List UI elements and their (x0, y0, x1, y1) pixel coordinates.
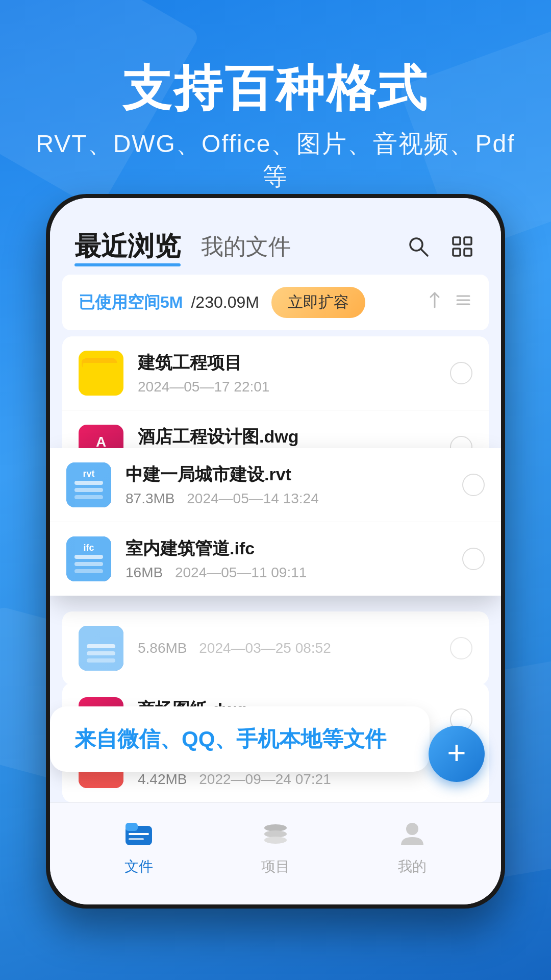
hero-section: 支持百种格式 RVT、DWG、Office、图片、音视频、Pdf等 (0, 0, 551, 213)
svg-point-37 (264, 837, 287, 844)
hero-subtitle: RVT、DWG、Office、图片、音视频、Pdf等 (31, 128, 520, 193)
svg-rect-16 (74, 481, 103, 485)
select-radio[interactable] (450, 362, 472, 384)
file-size: 16MB (126, 565, 163, 580)
svg-rect-5 (464, 249, 471, 256)
projects-nav-icon (258, 816, 293, 852)
nav-label-mine: 我的 (398, 857, 427, 876)
svg-text:rvt: rvt (83, 469, 94, 479)
highlight-card: rvt 中建一局城市建设.rvt (50, 448, 501, 596)
phone-mockup: 最近浏览 我的文件 (46, 194, 505, 909)
svg-rect-32 (126, 823, 138, 831)
svg-rect-33 (129, 833, 149, 835)
file-date: 2024—05—14 13:24 (187, 491, 318, 506)
expand-storage-button[interactable]: 立即扩容 (271, 287, 365, 318)
svg-rect-17 (74, 488, 103, 492)
nav-item-projects[interactable]: 项目 (258, 816, 293, 876)
svg-rect-34 (129, 838, 144, 840)
file-size: 4.42MB (138, 771, 187, 787)
file-name: 酒店工程设计图.dwg (138, 425, 450, 449)
select-radio[interactable] (450, 637, 472, 659)
svg-rect-4 (453, 249, 460, 256)
svg-rect-23 (74, 569, 103, 573)
nav-item-mine[interactable]: 我的 (394, 816, 430, 876)
file-date: 2024—05—11 09:11 (175, 565, 307, 580)
header-icons (404, 232, 477, 261)
tab-files[interactable]: 我的文件 (201, 232, 291, 262)
hero-title: 支持百种格式 (31, 61, 520, 115)
file-size: 5.86MB (138, 640, 187, 656)
svg-rect-21 (74, 555, 103, 559)
mine-nav-icon (394, 816, 430, 852)
svg-rect-3 (464, 237, 471, 244)
select-radio[interactable] (462, 548, 485, 570)
list-item[interactable]: 5.86MB 2024—03—25 08:52 (62, 611, 489, 685)
list-item[interactable]: rvt 中建一局城市建设.rvt (50, 448, 501, 522)
source-card: 来自微信、QQ、手机本地等文件 (50, 706, 430, 772)
svg-point-36 (264, 830, 287, 838)
bottom-nav: 文件 项目 我的 (50, 802, 501, 904)
rvt-file-icon: rvt (66, 462, 111, 507)
svg-point-35 (264, 824, 287, 831)
storage-bar: 已使用空间5M /230.09M 立即扩容 (62, 275, 489, 330)
list-item[interactable]: ifc 室内建筑管道.ifc (50, 522, 501, 596)
file-name: 中建一局城市建设.rvt (126, 463, 462, 486)
select-radio[interactable] (462, 474, 485, 496)
svg-rect-2 (453, 237, 460, 244)
svg-rect-22 (74, 562, 103, 566)
svg-text:ifc: ifc (83, 543, 94, 553)
sort-icon[interactable] (425, 291, 444, 314)
rvt-file-icon-partial (79, 626, 123, 671)
svg-point-38 (406, 823, 418, 835)
file-meta: 5.86MB 2024—03—25 08:52 (138, 640, 450, 656)
file-info: 室内建筑管道.ifc 16MB 2024—05—11 09:11 (126, 537, 462, 581)
file-info: 中建一局城市建设.rvt 87.3MB 2024—05—14 13:24 (126, 463, 462, 507)
app-header: 最近浏览 我的文件 (50, 198, 501, 275)
ifc-file-icon: ifc (66, 536, 111, 581)
list-view-icon[interactable] (454, 291, 472, 314)
nav-item-files[interactable]: 文件 (121, 816, 157, 876)
svg-rect-18 (74, 495, 103, 499)
file-info: 5.86MB 2024—03—25 08:52 (138, 640, 450, 656)
file-date: 2022—09—24 07:21 (199, 771, 331, 787)
folder-file-icon (79, 351, 123, 396)
tab-recent[interactable]: 最近浏览 (74, 229, 181, 264)
file-name: 室内建筑管道.ifc (126, 537, 462, 560)
add-file-button[interactable]: + (429, 726, 485, 782)
file-meta: 2024—05—17 22:01 (138, 379, 450, 395)
phone-screen: 最近浏览 我的文件 (50, 198, 501, 904)
source-text: 来自微信、QQ、手机本地等文件 (74, 727, 386, 751)
list-item[interactable]: 建筑工程项目 2024—05—17 22:01 (62, 336, 489, 410)
sort-icons (425, 291, 472, 314)
file-info: 建筑工程项目 2024—05—17 22:01 (138, 351, 450, 395)
fullscreen-icon[interactable] (448, 232, 477, 261)
svg-rect-26 (87, 651, 115, 655)
plus-icon: + (447, 737, 466, 769)
search-icon[interactable] (404, 232, 433, 261)
svg-rect-13 (82, 359, 99, 368)
storage-total: /230.09M (191, 293, 259, 312)
svg-rect-25 (87, 644, 115, 648)
file-meta: 87.3MB 2024—05—14 13:24 (126, 491, 462, 507)
svg-rect-27 (87, 658, 115, 663)
file-name: 建筑工程项目 (138, 351, 450, 375)
file-date: 2024—03—25 08:52 (199, 640, 331, 656)
nav-label-files: 文件 (124, 857, 153, 876)
storage-used: 已使用空间5M (79, 291, 183, 314)
file-date: 2024—05—17 22:01 (138, 379, 269, 395)
files-nav-icon (121, 816, 157, 852)
svg-rect-12 (82, 362, 120, 388)
svg-line-1 (421, 249, 428, 256)
nav-label-projects: 项目 (261, 857, 290, 876)
file-size: 87.3MB (126, 491, 175, 506)
file-meta: 16MB 2024—05—11 09:11 (126, 565, 462, 581)
file-meta: 4.42MB 2022—09—24 07:21 (138, 771, 450, 788)
